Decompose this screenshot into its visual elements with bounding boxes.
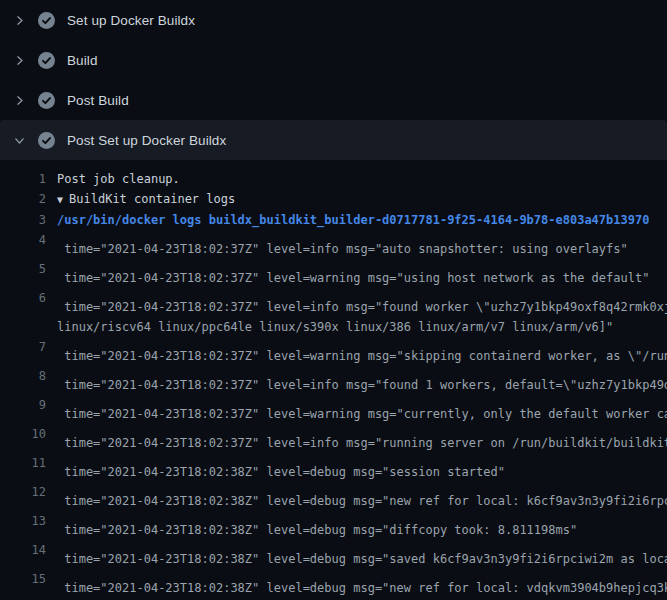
chevron-right-icon [13,94,26,107]
chevron-down-icon [13,134,26,147]
step-section-label: Set up Docker Buildx [67,13,195,28]
log-line: 15 time="2021-04-23T18:02:38Z" level=deb… [0,569,667,598]
log-line-number[interactable]: 4 [0,230,46,259]
log-line-number[interactable]: 9 [0,395,46,424]
log-line-number[interactable]: 2 [0,189,46,210]
log-line-number[interactable]: 13 [0,511,46,540]
check-circle-icon [38,132,55,149]
log-line: 2 ▼ BuildKit container logs [0,189,667,210]
log-line-text: ▼ BuildKit container logs [57,189,235,210]
step-section-header-post-set-up-docker-buildx[interactable]: Post Set up Docker Buildx [0,120,667,160]
log-line-text: time="2021-04-23T18:02:37Z" level=warnin… [57,259,649,288]
step-section-header-set-up-docker-buildx[interactable]: Set up Docker Buildx [0,0,667,40]
log-line-text: time="2021-04-23T18:02:38Z" level=debug … [57,511,577,540]
log-line-text: time="2021-04-23T18:02:37Z" level=info m… [57,288,667,317]
log-line-number[interactable]: 11 [0,453,46,482]
log-line-text: time="2021-04-23T18:02:38Z" level=debug … [57,453,505,482]
log-line: linux/riscv64 linux/ppc64le linux/s390x … [0,317,667,337]
log-line: 7 time="2021-04-23T18:02:37Z" level=warn… [0,337,667,366]
log-line-text: time="2021-04-23T18:02:38Z" level=debug … [57,482,667,511]
log-line: 6 time="2021-04-23T18:02:37Z" level=info… [0,288,667,317]
group-collapse-triangle-icon[interactable]: ▼ [57,194,69,205]
log-line: 11 time="2021-04-23T18:02:38Z" level=deb… [0,453,667,482]
log-lines-container: 1 Post job cleanup. 2 ▼ BuildKit contain… [0,160,667,600]
log-line: 8 time="2021-04-23T18:02:37Z" level=info… [0,366,667,395]
log-line-number[interactable]: 1 [0,169,46,189]
log-line-number[interactable]: 15 [0,569,46,598]
log-line-text: time="2021-04-23T18:02:37Z" level=info m… [57,424,667,453]
chevron-right-icon [13,14,26,27]
log-line-number[interactable] [0,317,46,337]
check-circle-icon [38,92,55,109]
log-line: 12 time="2021-04-23T18:02:38Z" level=deb… [0,482,667,511]
log-line-text: Post job cleanup. [57,169,180,189]
step-section-label: Build [67,53,98,68]
step-section-header-post-build[interactable]: Post Build [0,80,667,120]
log-line-number[interactable]: 8 [0,366,46,395]
step-section-header-build[interactable]: Build [0,40,667,80]
log-line-number[interactable]: 3 [0,210,46,230]
log-line-number[interactable]: 5 [0,259,46,288]
log-line-text: time="2021-04-23T18:02:37Z" level=info m… [57,366,667,395]
log-line-text: time="2021-04-23T18:02:37Z" level=warnin… [57,395,667,424]
log-line: 5 time="2021-04-23T18:02:37Z" level=warn… [0,259,667,288]
log-line-text: time="2021-04-23T18:02:37Z" level=info m… [57,230,628,259]
log-line: 3 /usr/bin/docker logs buildx_buildkit_b… [0,210,667,230]
step-section-label: Post Set up Docker Buildx [67,133,226,148]
chevron-right-icon [13,54,26,67]
log-line-text: time="2021-04-23T18:02:37Z" level=warnin… [57,337,667,366]
log-line-number[interactable]: 6 [0,288,46,317]
log-line-number[interactable]: 10 [0,424,46,453]
step-section-label: Post Build [67,93,129,108]
log-line-number[interactable]: 7 [0,337,46,366]
log-line: 14 time="2021-04-23T18:02:38Z" level=deb… [0,540,667,569]
log-line-number[interactable]: 12 [0,482,46,511]
log-line: 9 time="2021-04-23T18:02:37Z" level=warn… [0,395,667,424]
log-line: 10 time="2021-04-23T18:02:37Z" level=inf… [0,424,667,453]
actions-log-viewer: Set up Docker Buildx Build P [0,0,667,600]
check-circle-icon [38,52,55,69]
log-line-number[interactable]: 14 [0,540,46,569]
log-line: 1 Post job cleanup. [0,169,667,189]
check-circle-icon [38,12,55,29]
step-sections: Set up Docker Buildx Build P [0,0,667,160]
log-line-text: linux/riscv64 linux/ppc64le linux/s390x … [57,317,613,337]
log-line: 13 time="2021-04-23T18:02:38Z" level=deb… [0,511,667,540]
log-line-text: time="2021-04-23T18:02:38Z" level=debug … [57,569,667,598]
log-line-text: time="2021-04-23T18:02:38Z" level=debug … [57,540,667,569]
log-line: 4 time="2021-04-23T18:02:37Z" level=info… [0,230,667,259]
log-line-text: /usr/bin/docker logs buildx_buildkit_bui… [57,210,649,230]
